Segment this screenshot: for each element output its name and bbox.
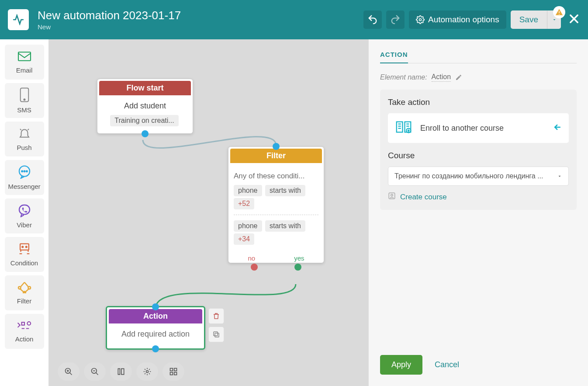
svg-rect-20 <box>214 332 218 336</box>
filter-value: +34 <box>234 233 254 245</box>
phone-icon <box>20 87 29 104</box>
redo-button[interactable] <box>386 10 405 29</box>
svg-rect-10 <box>19 205 30 214</box>
filter-icon <box>17 281 32 295</box>
automation-options-label: Automation options <box>428 15 499 24</box>
toolbar-label: Condition <box>10 259 38 267</box>
duplicate-node-button[interactable] <box>208 327 224 342</box>
svg-rect-32 <box>174 372 177 375</box>
bell-icon <box>18 127 31 141</box>
delete-node-button[interactable] <box>208 308 224 324</box>
svg-point-15 <box>28 287 31 289</box>
toolbar-item-email[interactable]: Email <box>5 45 44 80</box>
save-dropdown-button[interactable] <box>547 10 561 29</box>
svg-point-12 <box>22 246 23 247</box>
toolbar-item-sms[interactable]: SMS <box>5 83 44 118</box>
filter-op: starts with <box>265 185 305 196</box>
connection-dot[interactable] <box>142 130 149 137</box>
automation-options-button[interactable]: Automation options <box>409 10 506 29</box>
create-course-link[interactable]: Create course <box>388 192 569 202</box>
toolbar-label: Push <box>17 144 31 151</box>
filter-field: phone <box>234 220 262 232</box>
fit-view-button[interactable] <box>110 362 132 381</box>
filter-value: +52 <box>234 198 254 209</box>
svg-rect-19 <box>215 333 219 337</box>
warning-badge-icon <box>553 6 565 18</box>
automation-status: New <box>38 23 181 31</box>
toolbar-label: Filter <box>17 297 31 305</box>
svg-rect-11 <box>20 244 29 250</box>
node-filter[interactable]: Filter Any of these conditi... phone sta… <box>228 146 324 263</box>
node-flow-start-tag: Training on creati... <box>110 115 178 126</box>
node-action-header: Action <box>109 309 202 323</box>
condition-icon <box>17 242 32 257</box>
element-toolbar: Email SMS Push Messenger Viber Condition… <box>0 39 49 386</box>
svg-line-26 <box>96 373 98 375</box>
svg-rect-30 <box>174 369 177 371</box>
svg-point-5 <box>24 99 25 100</box>
toolbar-item-viber[interactable]: Viber <box>5 198 44 233</box>
apply-button[interactable]: Apply <box>380 355 422 375</box>
toolbar-label: Email <box>16 66 33 74</box>
edit-icon[interactable] <box>455 74 462 81</box>
header-titles: New automation 2023-01-17 New <box>38 9 181 31</box>
branch-no-label: no <box>248 254 255 262</box>
canvas-grid-button[interactable] <box>163 362 184 381</box>
filter-op: starts with <box>265 220 305 232</box>
caret-down-icon <box>557 174 562 179</box>
connection-dot-no[interactable] <box>251 264 258 271</box>
toolbar-item-action[interactable]: Action <box>5 314 44 349</box>
header-bar: New automation 2023-01-17 New Automation… <box>0 0 588 39</box>
arrow-left-icon <box>553 123 562 133</box>
node-action[interactable]: Action Add required action <box>106 306 205 350</box>
svg-point-28 <box>146 371 149 373</box>
svg-point-13 <box>25 246 27 247</box>
toolbar-item-filter[interactable]: Filter <box>5 275 44 310</box>
svg-rect-3 <box>18 52 31 61</box>
toolbar-label: Viber <box>17 221 32 229</box>
svg-point-14 <box>18 287 21 289</box>
svg-point-8 <box>24 170 25 172</box>
connection-dot[interactable] <box>152 303 159 310</box>
connection-dot-yes[interactable] <box>294 264 301 271</box>
cancel-button[interactable]: Cancel <box>435 360 459 369</box>
toolbar-label: Action <box>15 335 34 343</box>
canvas-settings-button[interactable] <box>136 362 158 381</box>
course-label: Course <box>388 151 569 160</box>
flow-canvas[interactable]: Flow start Add student Training on creat… <box>49 39 368 386</box>
toolbar-item-condition[interactable]: Condition <box>5 237 44 272</box>
svg-point-9 <box>26 170 28 172</box>
node-flow-start-subtitle: Add student <box>103 101 187 111</box>
toolbar-item-push[interactable]: Push <box>5 122 44 156</box>
toolbar-item-messenger[interactable]: Messenger <box>5 160 44 195</box>
course-select[interactable]: Тренинг по созданию мобильного лендинга … <box>388 167 569 186</box>
automation-title: New automation 2023-01-17 <box>38 9 181 22</box>
zoom-in-button[interactable] <box>58 362 80 381</box>
element-name-label: Element name: <box>380 73 427 81</box>
viber-icon <box>17 203 31 219</box>
action-type-select[interactable]: Enroll to another course <box>388 113 569 143</box>
connection-dot[interactable] <box>273 143 280 150</box>
node-action-subtitle: Add required action <box>112 330 199 339</box>
save-button[interactable]: Save <box>511 10 547 29</box>
svg-line-22 <box>70 373 72 375</box>
plus-user-icon <box>388 192 396 202</box>
svg-point-7 <box>21 170 23 172</box>
create-course-label: Create course <box>400 193 447 202</box>
element-name-row[interactable]: Element name: Action <box>380 73 577 82</box>
connection-dot[interactable] <box>152 345 159 352</box>
node-filter-header: Filter <box>230 149 322 163</box>
toolbar-label: Messenger <box>8 183 40 190</box>
action-config-panel: ACTION Element name: Action Take action … <box>368 39 588 386</box>
panel-title: ACTION <box>380 51 408 63</box>
zoom-out-button[interactable] <box>84 362 106 381</box>
node-flow-start[interactable]: Flow start Add student Training on creat… <box>97 79 193 134</box>
close-button[interactable] <box>568 13 580 27</box>
svg-rect-17 <box>21 322 24 325</box>
automation-app-icon <box>8 9 29 30</box>
node-flow-start-header: Flow start <box>99 81 191 95</box>
element-name-value: Action <box>432 73 451 82</box>
undo-button[interactable] <box>363 10 382 29</box>
message-icon <box>17 165 31 180</box>
course-select-value: Тренинг по созданию мобильного лендинга … <box>394 172 553 180</box>
